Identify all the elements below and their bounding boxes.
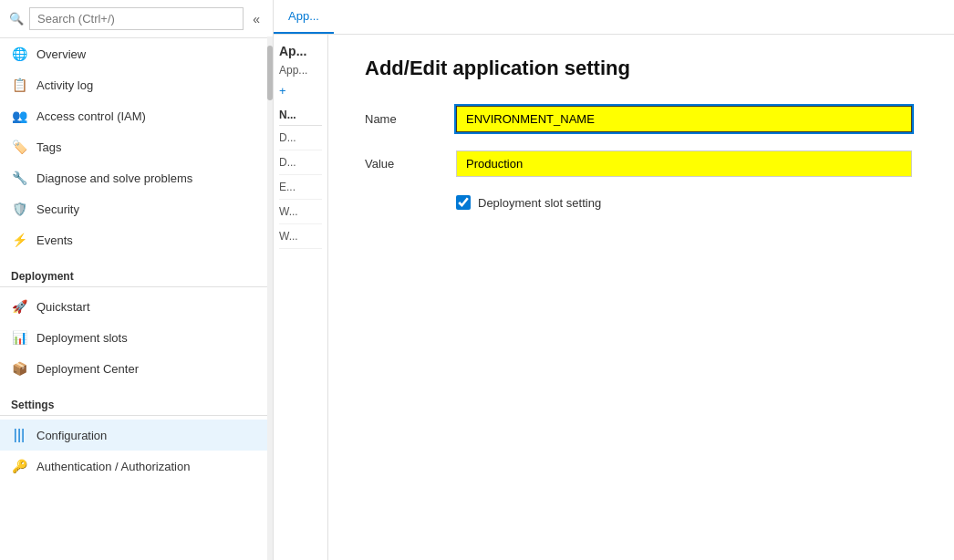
search-input[interactable] bbox=[29, 7, 244, 30]
sidebar-item-label: Activity log bbox=[36, 78, 93, 92]
name-form-row: Name bbox=[365, 106, 918, 132]
table-row: W... bbox=[279, 200, 322, 224]
value-input[interactable] bbox=[456, 150, 912, 177]
dialog-title: Add/Edit application setting bbox=[365, 57, 918, 80]
search-icon: 🔍 bbox=[9, 12, 24, 26]
name-label: Name bbox=[365, 112, 438, 126]
deployment-center-icon: 📦 bbox=[11, 360, 27, 377]
sidebar: 🔍 « 🌐 Overview 📋 Activity log 👥 Access c… bbox=[0, 0, 274, 560]
value-form-row: Value bbox=[365, 150, 918, 177]
sidebar-item-deployment-slots[interactable]: 📊 Deployment slots bbox=[0, 322, 273, 353]
sidebar-item-label: Deployment Center bbox=[36, 362, 139, 376]
sidebar-item-quickstart[interactable]: 🚀 Quickstart bbox=[0, 291, 273, 322]
value-label: Value bbox=[365, 157, 438, 171]
quickstart-icon: 🚀 bbox=[11, 298, 27, 315]
tab-bar: App... bbox=[274, 0, 954, 35]
sidebar-item-activity-log[interactable]: 📋 Activity log bbox=[0, 69, 273, 100]
sidebar-search-container: 🔍 « bbox=[0, 0, 273, 38]
sidebar-item-access-control[interactable]: 👥 Access control (IAM) bbox=[0, 100, 273, 131]
sidebar-item-label: Security bbox=[36, 202, 79, 216]
col-header-name: N... bbox=[279, 105, 322, 126]
sidebar-item-auth[interactable]: 🔑 Authentication / Authorization bbox=[0, 451, 273, 482]
globe-icon: 🌐 bbox=[11, 46, 27, 62]
sidebar-item-security[interactable]: 🛡️ Security bbox=[0, 193, 273, 224]
name-input[interactable] bbox=[456, 106, 912, 132]
sidebar-item-label: Quickstart bbox=[36, 300, 90, 314]
sidebar-item-events[interactable]: ⚡ Events bbox=[0, 224, 273, 255]
sidebar-item-label: Diagnose and solve problems bbox=[36, 171, 192, 185]
sidebar-item-label: Authentication / Authorization bbox=[36, 460, 190, 473]
app-settings-panel: Ap... App... + N... D... D... E... W... … bbox=[274, 35, 328, 560]
sidebar-item-diagnose[interactable]: 🔧 Diagnose and solve problems bbox=[0, 162, 273, 193]
panel-subtitle: App... bbox=[279, 64, 322, 77]
table-row: D... bbox=[279, 126, 322, 150]
sidebar-item-deployment-center[interactable]: 📦 Deployment Center bbox=[0, 353, 273, 384]
dialog-panel: Add/Edit application setting Name Value … bbox=[328, 35, 954, 560]
deployment-slot-label: Deployment slot setting bbox=[478, 196, 601, 210]
sidebar-scrollbar bbox=[267, 36, 273, 560]
configuration-icon: ||| bbox=[11, 427, 27, 443]
panel-title: Ap... bbox=[279, 44, 322, 58]
sidebar-item-label: Events bbox=[36, 233, 73, 247]
main-area: App... Ap... App... + N... D... D... E..… bbox=[274, 0, 954, 560]
sidebar-item-overview[interactable]: 🌐 Overview bbox=[0, 38, 273, 69]
deployment-section-header: Deployment bbox=[0, 255, 273, 287]
sidebar-nav: 🌐 Overview 📋 Activity log 👥 Access contr… bbox=[0, 38, 273, 560]
events-icon: ⚡ bbox=[11, 232, 27, 248]
security-icon: 🛡️ bbox=[11, 201, 27, 217]
table-row: W... bbox=[279, 224, 322, 249]
sidebar-item-label: Tags bbox=[36, 140, 61, 154]
deployment-slots-icon: 📊 bbox=[11, 329, 27, 346]
diagnose-icon: 🔧 bbox=[11, 170, 27, 186]
settings-section-header: Settings bbox=[0, 384, 273, 416]
sidebar-item-label: Access control (IAM) bbox=[36, 109, 146, 123]
sidebar-scroll-thumb bbox=[267, 46, 273, 100]
sidebar-item-label: Configuration bbox=[36, 429, 107, 442]
tags-icon: 🏷️ bbox=[11, 139, 27, 155]
sidebar-item-label: Deployment slots bbox=[36, 331, 128, 345]
table-row: E... bbox=[279, 175, 322, 200]
deployment-slot-checkbox-row: Deployment slot setting bbox=[456, 195, 918, 210]
activity-log-icon: 📋 bbox=[11, 77, 27, 93]
sidebar-item-tags[interactable]: 🏷️ Tags bbox=[0, 131, 273, 162]
access-control-icon: 👥 bbox=[11, 108, 27, 124]
collapse-sidebar-button[interactable]: « bbox=[249, 8, 264, 30]
sidebar-item-label: Overview bbox=[36, 47, 86, 61]
auth-icon: 🔑 bbox=[11, 458, 27, 474]
add-button[interactable]: + bbox=[279, 84, 322, 98]
table-row: D... bbox=[279, 150, 322, 175]
tab-app-settings[interactable]: App... bbox=[274, 0, 334, 34]
sidebar-item-configuration[interactable]: ||| Configuration bbox=[0, 420, 273, 451]
content-area: Ap... App... + N... D... D... E... W... … bbox=[274, 35, 954, 560]
deployment-slot-checkbox[interactable] bbox=[456, 195, 471, 210]
plus-icon: + bbox=[279, 84, 286, 98]
